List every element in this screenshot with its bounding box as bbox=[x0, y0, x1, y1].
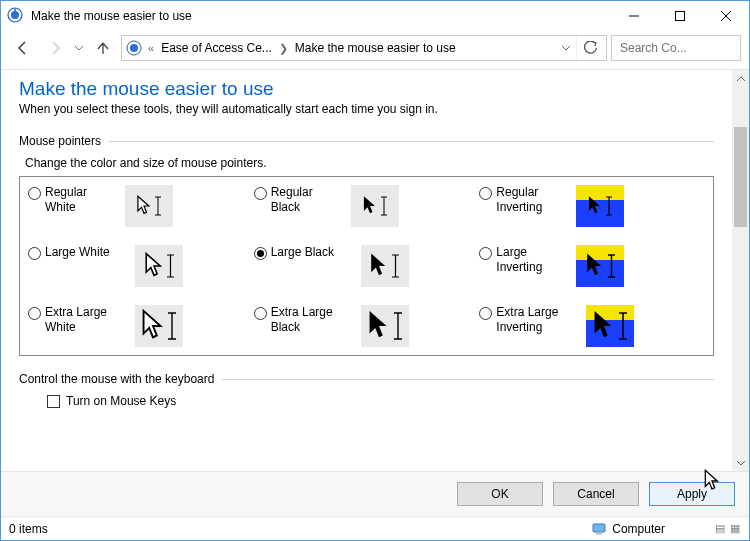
forward-button[interactable] bbox=[41, 36, 69, 60]
status-bar: 0 items Computer ▤ ▦ bbox=[1, 516, 749, 540]
search-input[interactable] bbox=[618, 40, 750, 56]
option-label: Regular Inverting bbox=[496, 185, 570, 215]
option-extra-large-black[interactable]: Extra Large Black bbox=[254, 305, 480, 347]
option-large-inverting[interactable]: Large Inverting bbox=[479, 245, 705, 287]
pointer-preview bbox=[576, 245, 624, 287]
pointer-preview bbox=[125, 185, 173, 227]
option-regular-inverting[interactable]: Regular Inverting bbox=[479, 185, 705, 227]
option-label: Extra Large Black bbox=[271, 305, 355, 335]
radio-icon bbox=[479, 307, 492, 320]
pointer-preview bbox=[361, 305, 409, 347]
svg-rect-12 bbox=[596, 533, 602, 535]
mouse-pointers-group-title: Mouse pointers bbox=[19, 134, 101, 148]
radio-icon bbox=[254, 307, 267, 320]
scroll-track[interactable] bbox=[732, 87, 749, 454]
cancel-button[interactable]: Cancel bbox=[553, 482, 639, 506]
mouse-pointers-desc: Change the color and size of mouse point… bbox=[19, 156, 714, 170]
scroll-up-button[interactable] bbox=[732, 70, 749, 87]
breadcrumb-chevron-icon[interactable]: ❯ bbox=[277, 42, 290, 55]
view-mode-icons[interactable]: ▤ ▦ bbox=[715, 522, 741, 535]
mouse-keys-group-title: Control the mouse with the keyboard bbox=[19, 372, 214, 386]
svg-rect-2 bbox=[14, 9, 16, 12]
breadcrumb-seg-1[interactable]: Ease of Access Ce... bbox=[158, 41, 275, 55]
option-regular-black[interactable]: Regular Black bbox=[254, 185, 480, 227]
svg-line-6 bbox=[721, 11, 731, 21]
scroll-down-button[interactable] bbox=[732, 454, 749, 471]
radio-icon bbox=[479, 187, 492, 200]
option-label: Regular Black bbox=[271, 185, 345, 215]
close-button[interactable] bbox=[703, 1, 749, 31]
svg-point-1 bbox=[11, 11, 19, 19]
option-label: Large Black bbox=[271, 245, 355, 260]
option-large-black[interactable]: Large Black bbox=[254, 245, 480, 287]
refresh-button[interactable] bbox=[576, 36, 604, 60]
option-label: Regular White bbox=[45, 185, 119, 215]
computer-icon bbox=[592, 523, 608, 535]
checkbox-icon bbox=[47, 395, 60, 408]
pointer-preview bbox=[135, 305, 183, 347]
radio-icon bbox=[479, 247, 492, 260]
group-divider bbox=[222, 379, 714, 380]
app-icon bbox=[7, 7, 25, 25]
status-computer-label: Computer bbox=[612, 522, 665, 536]
address-bar[interactable]: « Ease of Access Ce... ❯ Make the mouse … bbox=[121, 35, 607, 61]
group-divider bbox=[109, 141, 714, 142]
back-button[interactable] bbox=[9, 36, 37, 60]
window-title: Make the mouse easier to use bbox=[31, 9, 192, 23]
vertical-scrollbar[interactable] bbox=[732, 70, 749, 471]
option-label: Large White bbox=[45, 245, 129, 260]
mouse-pointers-group: Mouse pointers Change the color and size… bbox=[19, 134, 714, 356]
scroll-thumb[interactable] bbox=[734, 127, 747, 227]
option-label: Large Inverting bbox=[496, 245, 570, 275]
page-title: Make the mouse easier to use bbox=[19, 78, 714, 100]
status-computer: Computer bbox=[592, 522, 665, 536]
svg-rect-4 bbox=[676, 12, 685, 21]
pointer-preview bbox=[586, 305, 634, 347]
svg-line-5 bbox=[721, 11, 731, 21]
control-panel-icon bbox=[124, 38, 144, 58]
svg-rect-11 bbox=[593, 524, 605, 532]
option-extra-large-inverting[interactable]: Extra Large Inverting bbox=[479, 305, 705, 347]
up-button[interactable] bbox=[89, 36, 117, 60]
radio-icon bbox=[28, 187, 41, 200]
option-regular-white[interactable]: Regular White bbox=[28, 185, 254, 227]
status-item-count: 0 items bbox=[9, 522, 48, 536]
content-area: Make the mouse easier to use When you se… bbox=[1, 69, 749, 471]
pointer-options-grid: Regular White Regular Black bbox=[19, 176, 714, 356]
radio-icon bbox=[254, 187, 267, 200]
option-large-white[interactable]: Large White bbox=[28, 245, 254, 287]
button-bar: OK Cancel Apply bbox=[1, 471, 749, 516]
apply-button[interactable]: Apply bbox=[649, 482, 735, 506]
svg-point-8 bbox=[130, 44, 138, 52]
titlebar: Make the mouse easier to use bbox=[1, 1, 749, 31]
pointer-preview bbox=[135, 245, 183, 287]
search-box[interactable] bbox=[611, 35, 741, 61]
breadcrumb-prefix: « bbox=[146, 42, 156, 54]
ok-button[interactable]: OK bbox=[457, 482, 543, 506]
maximize-button[interactable] bbox=[657, 1, 703, 31]
pointer-preview bbox=[351, 185, 399, 227]
address-history-dropdown[interactable] bbox=[558, 36, 574, 60]
option-label: Extra Large White bbox=[45, 305, 129, 335]
breadcrumb-seg-2[interactable]: Make the mouse easier to use bbox=[292, 41, 459, 55]
radio-icon bbox=[254, 247, 267, 260]
page-subtitle: When you select these tools, they will a… bbox=[19, 102, 714, 116]
pointer-preview bbox=[361, 245, 409, 287]
radio-icon bbox=[28, 307, 41, 320]
radio-icon bbox=[28, 247, 41, 260]
checkbox-label: Turn on Mouse Keys bbox=[66, 394, 176, 408]
mouse-keys-group: Control the mouse with the keyboard Turn… bbox=[19, 372, 714, 408]
turn-on-mouse-keys-checkbox[interactable]: Turn on Mouse Keys bbox=[19, 394, 714, 408]
option-extra-large-white[interactable]: Extra Large White bbox=[28, 305, 254, 347]
option-label: Extra Large Inverting bbox=[496, 305, 580, 335]
history-dropdown[interactable] bbox=[73, 44, 85, 52]
minimize-button[interactable] bbox=[611, 1, 657, 31]
pointer-preview bbox=[576, 185, 624, 227]
navbar: « Ease of Access Ce... ❯ Make the mouse … bbox=[1, 31, 749, 69]
